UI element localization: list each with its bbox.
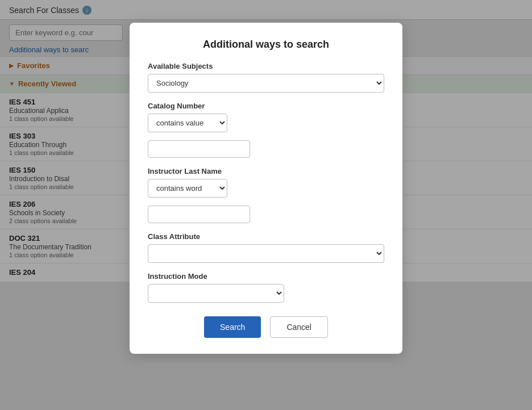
class-attribute-group: Class Attribute Writing Intensive Servic… — [148, 232, 384, 263]
available-subjects-label: Available Subjects — [148, 62, 384, 70]
instructor-last-name-group: Instructor Last Name contains word start… — [148, 167, 384, 223]
additional-search-modal: Additional ways to search Available Subj… — [130, 23, 402, 354]
instruction-mode-label: Instruction Mode — [148, 272, 384, 281]
available-subjects-group: Available Subjects Sociology Anthropolog… — [148, 62, 384, 93]
modal-title: Additional ways to search — [148, 39, 384, 51]
instruction-mode-select[interactable]: In Person Online Hybrid — [148, 284, 284, 303]
catalog-number-input[interactable] — [148, 140, 250, 158]
cancel-button[interactable]: Cancel — [270, 316, 328, 338]
instructor-last-name-label: Instructor Last Name — [148, 167, 384, 175]
catalog-number-label: Catalog Number — [148, 102, 384, 110]
class-attribute-label: Class Attribute — [148, 232, 384, 241]
instructor-filter-select[interactable]: contains word starts with is exactly — [148, 179, 227, 198]
catalog-number-group: Catalog Number contains value is exactly… — [148, 102, 384, 158]
modal-button-row: Search Cancel — [148, 316, 384, 338]
available-subjects-select[interactable]: Sociology Anthropology Economics English… — [148, 74, 384, 93]
modal-overlay: Additional ways to search Available Subj… — [0, 0, 532, 410]
class-attribute-select[interactable]: Writing Intensive Service Learning Honor… — [148, 244, 384, 263]
instructor-last-name-input[interactable] — [148, 206, 250, 223]
search-button[interactable]: Search — [204, 316, 261, 338]
instruction-mode-group: Instruction Mode In Person Online Hybrid — [148, 272, 384, 303]
catalog-number-filter-select[interactable]: contains value is exactly greater than l… — [148, 114, 227, 132]
